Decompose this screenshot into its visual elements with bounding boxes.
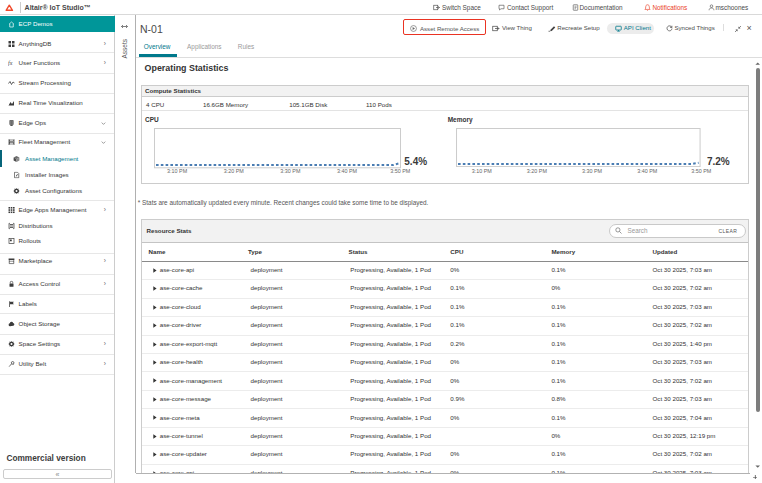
svg-text:fx: fx: [8, 60, 13, 66]
